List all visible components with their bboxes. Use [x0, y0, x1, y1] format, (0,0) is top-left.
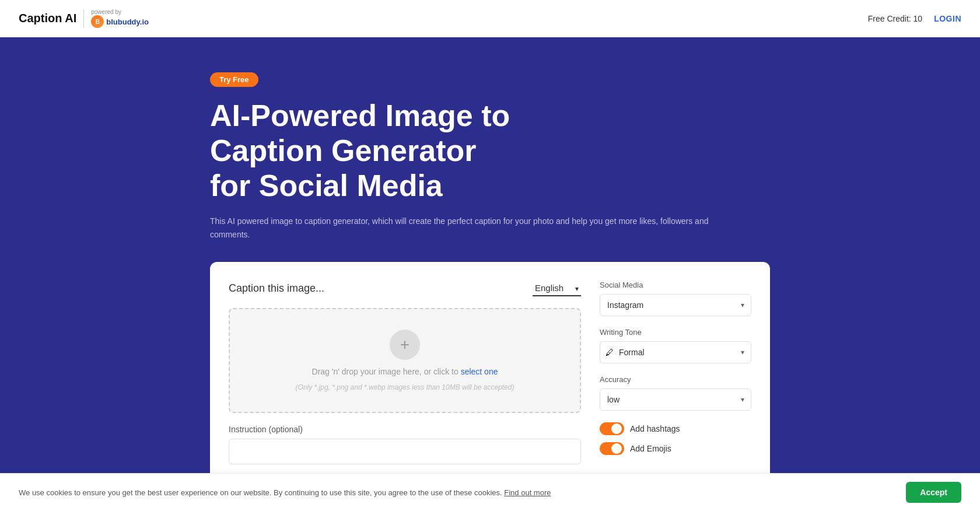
hero-section: Try Free AI-Powered Image to Caption Gen… — [0, 37, 980, 492]
add-emojis-row: Add Emojis — [600, 442, 751, 455]
main-card: Caption this image... English Spanish Fr… — [210, 262, 770, 483]
header-right: Free Credit: 10 LOGIN — [868, 14, 961, 23]
powered-by-label: powered by — [91, 9, 121, 15]
hashtags-slider — [600, 422, 624, 435]
instruction-section: Instruction (optional) — [229, 425, 581, 464]
instruction-input[interactable] — [229, 439, 581, 464]
accuracy-select[interactable]: low medium high — [600, 388, 751, 411]
add-hashtags-row: Add hashtags — [600, 422, 751, 435]
header-divider — [83, 9, 84, 28]
upload-plus-icon: + — [390, 330, 420, 360]
accept-button[interactable]: Accept — [906, 482, 961, 492]
social-media-label: Social Media — [600, 281, 751, 289]
blubuddy-badge: B blubuddy.io — [91, 15, 149, 28]
cookie-text: We use cookies to ensure you get the bes… — [19, 488, 892, 493]
social-media-section: Social Media Instagram Facebook Twitter … — [600, 281, 751, 316]
hero-title: AI-Powered Image to Caption Generator fo… — [210, 99, 618, 203]
upload-text: Drag 'n' drop your image here, or click … — [312, 367, 498, 376]
writing-tone-select[interactable]: Formal Casual Funny Professional Inspira… — [600, 341, 751, 363]
header: Caption AI powered by B blubuddy.io Free… — [0, 0, 980, 37]
writing-tone-select-wrapper[interactable]: 🖊 Formal Casual Funny Professional Inspi… — [600, 341, 751, 363]
hashtags-toggle[interactable] — [600, 422, 624, 435]
blubuddy-name: blubuddy.io — [106, 18, 149, 26]
language-select[interactable]: English Spanish French German Italian — [533, 281, 581, 296]
accuracy-label: Accuracy — [600, 375, 751, 384]
brand-name: Caption AI — [19, 12, 76, 25]
blubuddy-logo-icon: B — [91, 15, 104, 28]
accuracy-section: Accuracy low medium high — [600, 375, 751, 411]
emojis-slider — [600, 442, 624, 455]
writing-tone-section: Writing Tone 🖊 Formal Casual Funny Profe… — [600, 328, 751, 363]
social-media-select[interactable]: Instagram Facebook Twitter LinkedIn TikT… — [600, 294, 751, 316]
find-out-more-link[interactable]: Find out more — [504, 488, 551, 493]
hero-inner: Try Free AI-Powered Image to Caption Gen… — [105, 72, 875, 483]
login-button[interactable]: LOGIN — [934, 14, 961, 23]
upload-hint: (Only *.jpg, *.png and *.webp images les… — [296, 383, 514, 391]
emojis-label: Add Emojis — [630, 444, 671, 453]
blubuddy-icon-text: B — [96, 19, 100, 25]
upload-zone[interactable]: + Drag 'n' drop your image here, or clic… — [229, 308, 581, 413]
writing-tone-label: Writing Tone — [600, 328, 751, 337]
powered-by: powered by B blubuddy.io — [91, 9, 149, 28]
select-one-link[interactable]: select one — [461, 367, 498, 376]
accuracy-select-wrapper[interactable]: low medium high — [600, 388, 751, 411]
caption-title: Caption this image... — [229, 282, 324, 295]
emojis-toggle[interactable] — [600, 442, 624, 455]
language-selector[interactable]: English Spanish French German Italian — [533, 281, 581, 296]
social-media-select-wrapper[interactable]: Instagram Facebook Twitter LinkedIn TikT… — [600, 294, 751, 316]
card-left: Caption this image... English Spanish Fr… — [229, 281, 581, 464]
header-left: Caption AI powered by B blubuddy.io — [19, 9, 149, 28]
hashtags-label: Add hashtags — [630, 424, 680, 433]
free-credit: Free Credit: 10 — [868, 14, 922, 23]
try-free-badge[interactable]: Try Free — [210, 72, 258, 87]
cookie-bar: We use cookies to ensure you get the bes… — [0, 473, 980, 492]
hero-description: This AI powered image to caption generat… — [210, 215, 712, 241]
card-header: Caption this image... English Spanish Fr… — [229, 281, 581, 296]
card-right: Social Media Instagram Facebook Twitter … — [600, 281, 751, 464]
instruction-label: Instruction (optional) — [229, 425, 581, 434]
